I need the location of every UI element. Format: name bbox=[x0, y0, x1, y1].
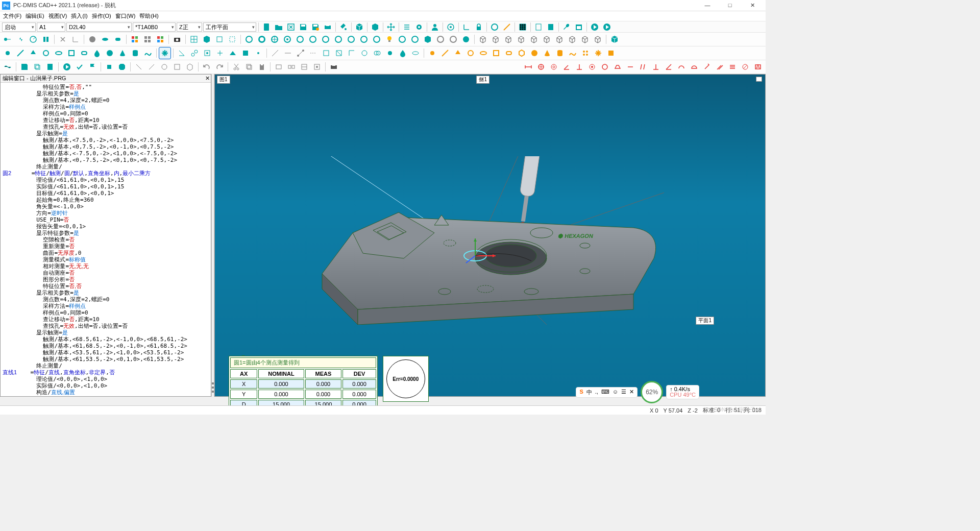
wcube6-icon[interactable] bbox=[541, 34, 552, 45]
tb3-b-icon[interactable] bbox=[189, 47, 200, 59]
tb4-e-icon[interactable] bbox=[184, 61, 195, 73]
ring1-icon[interactable] bbox=[243, 34, 255, 45]
menu-help[interactable]: 帮助(H) bbox=[139, 12, 158, 20]
tb4-sq-icon[interactable] bbox=[104, 61, 115, 73]
tb3-d-icon[interactable] bbox=[214, 47, 226, 59]
cyl-icon[interactable] bbox=[130, 47, 141, 59]
tb2-8-icon[interactable] bbox=[100, 34, 111, 45]
tb4-oct-icon[interactable] bbox=[116, 61, 128, 73]
oell-icon[interactable] bbox=[478, 47, 489, 59]
tb4-flag-icon[interactable] bbox=[87, 61, 98, 73]
doc1-icon[interactable] bbox=[533, 21, 544, 33]
tb4-d-icon[interactable] bbox=[172, 61, 183, 73]
tb4-g-icon[interactable] bbox=[286, 61, 297, 73]
line-icon[interactable] bbox=[501, 21, 512, 33]
tb3-f-icon[interactable] bbox=[240, 47, 251, 59]
tb3-j-icon[interactable] bbox=[295, 47, 306, 59]
ocurve-icon[interactable] bbox=[567, 47, 578, 59]
tb2-7-icon[interactable] bbox=[87, 34, 98, 45]
lock-icon[interactable] bbox=[473, 21, 484, 33]
tb2-3-icon[interactable] bbox=[28, 34, 39, 45]
ring6-icon[interactable] bbox=[307, 34, 318, 45]
gdt-ang-icon[interactable] bbox=[561, 61, 572, 73]
gdt-cir-icon[interactable] bbox=[599, 61, 610, 73]
gdt-pos-icon[interactable] bbox=[535, 61, 547, 73]
gdt-run2-icon[interactable] bbox=[714, 61, 725, 73]
wcube10-icon[interactable] bbox=[592, 34, 603, 45]
print-icon[interactable] bbox=[322, 21, 333, 33]
cir-icon[interactable] bbox=[40, 47, 52, 59]
doc2-icon[interactable] bbox=[545, 21, 556, 33]
ring4-icon[interactable] bbox=[282, 34, 293, 45]
tb3-a-icon[interactable] bbox=[176, 47, 187, 59]
circle-icon[interactable] bbox=[489, 21, 500, 33]
grid-icon[interactable] bbox=[517, 21, 528, 33]
wcube2-icon[interactable] bbox=[490, 34, 501, 45]
osph-icon[interactable] bbox=[529, 47, 540, 59]
print2-icon[interactable] bbox=[328, 61, 339, 73]
play2-icon[interactable] bbox=[601, 21, 612, 33]
ln-icon[interactable] bbox=[15, 47, 26, 59]
dd-zpos[interactable]: Z正 bbox=[177, 22, 202, 32]
ring3-icon[interactable] bbox=[269, 34, 280, 45]
oup-icon[interactable] bbox=[452, 47, 463, 59]
gdt-prof1-icon[interactable] bbox=[676, 61, 687, 73]
user-icon[interactable] bbox=[429, 21, 440, 33]
tb2-4-icon[interactable] bbox=[40, 34, 52, 45]
ring16-icon[interactable] bbox=[460, 34, 472, 45]
tb3-e-icon[interactable] bbox=[227, 47, 238, 59]
wcube4-icon[interactable] bbox=[516, 34, 527, 45]
cal-icon[interactable] bbox=[573, 21, 584, 33]
minimize-button[interactable]: — bbox=[700, 2, 715, 9]
tb3-q-icon[interactable] bbox=[384, 47, 396, 59]
gdt-angl-icon[interactable] bbox=[663, 61, 674, 73]
ring13-icon[interactable] bbox=[409, 34, 421, 45]
tb3-m-icon[interactable] bbox=[333, 47, 345, 59]
orr-icon[interactable] bbox=[503, 47, 514, 59]
edit-window-body[interactable]: 特征位置=否,否,"" 显示相关参数=是 测点数=4,深度=2,螺距=0 采样方… bbox=[1, 83, 211, 396]
ocyl-icon[interactable] bbox=[554, 47, 566, 59]
wcube5-icon[interactable] bbox=[528, 34, 540, 45]
target-icon[interactable] bbox=[445, 21, 456, 33]
gdt-flat-icon[interactable] bbox=[612, 61, 623, 73]
cad-viewport[interactable]: 图1 侧1 平面1 bbox=[214, 74, 766, 397]
wcubeT-icon[interactable] bbox=[609, 34, 620, 45]
undo-icon[interactable] bbox=[201, 61, 212, 73]
gdt-dia-icon[interactable] bbox=[740, 61, 751, 73]
tb4-play-icon[interactable] bbox=[61, 61, 72, 73]
edit-window-header[interactable]: 编辑窗口 - 山涧果子.PRG ✕ bbox=[1, 75, 211, 83]
gdt-perp-icon[interactable] bbox=[574, 61, 585, 73]
open-icon[interactable] bbox=[273, 21, 284, 33]
ring11-icon[interactable] bbox=[371, 34, 382, 45]
axis-icon[interactable] bbox=[461, 21, 472, 33]
perf-ring[interactable]: 62% bbox=[641, 381, 663, 403]
ring15-icon[interactable] bbox=[448, 34, 459, 45]
view-hint-icon[interactable] bbox=[756, 77, 762, 82]
menu-file[interactable]: 文件(F) bbox=[3, 12, 21, 20]
ocir-icon[interactable] bbox=[465, 47, 476, 59]
move-icon[interactable] bbox=[385, 21, 397, 33]
tb4-b-icon[interactable] bbox=[146, 61, 157, 73]
tb4-f-icon[interactable] bbox=[273, 61, 284, 73]
tb4-a-icon[interactable] bbox=[133, 61, 144, 73]
wcube3-icon[interactable] bbox=[503, 34, 514, 45]
tb2-grid3-icon[interactable] bbox=[155, 34, 166, 45]
menu-operate[interactable]: 操作(O) bbox=[92, 12, 111, 20]
tb3-k-icon[interactable] bbox=[308, 47, 319, 59]
cut-icon[interactable] bbox=[231, 61, 242, 73]
wcube8-icon[interactable] bbox=[567, 34, 578, 45]
gdt-str-icon[interactable] bbox=[625, 61, 636, 73]
oset-icon[interactable] bbox=[580, 47, 591, 59]
wcube7-icon[interactable] bbox=[554, 34, 565, 45]
menu-view[interactable]: 视图(V) bbox=[48, 12, 67, 20]
gdt-run1-icon[interactable] bbox=[701, 61, 713, 73]
paste-icon[interactable] bbox=[256, 61, 267, 73]
curve-icon[interactable] bbox=[142, 47, 154, 59]
oln-icon[interactable] bbox=[439, 47, 451, 59]
tb4-h-icon[interactable] bbox=[299, 61, 310, 73]
gdt-prof2-icon[interactable] bbox=[689, 61, 700, 73]
tb2-6-icon[interactable] bbox=[70, 34, 81, 45]
tb4-save-icon[interactable] bbox=[19, 61, 30, 73]
ohex-icon[interactable] bbox=[516, 47, 527, 59]
wrench-icon[interactable] bbox=[561, 21, 572, 33]
